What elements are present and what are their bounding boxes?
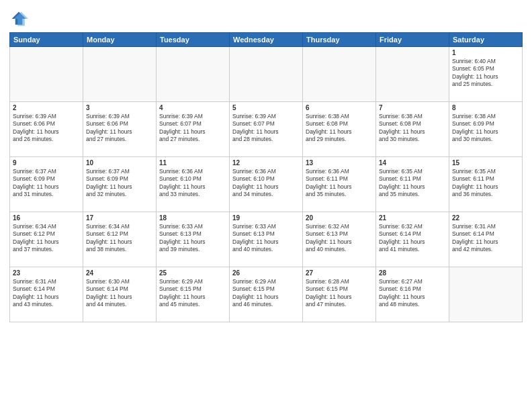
calendar-cell — [303, 47, 376, 102]
day-info: Sunrise: 6:39 AM Sunset: 6:07 PM Dayligh… — [232, 113, 300, 144]
calendar-cell: 1Sunrise: 6:40 AM Sunset: 6:05 PM Daylig… — [449, 47, 523, 102]
day-number: 23 — [13, 269, 80, 277]
calendar-cell — [10, 47, 83, 102]
calendar-cell: 23Sunrise: 6:31 AM Sunset: 6:14 PM Dayli… — [10, 267, 83, 322]
day-number: 6 — [306, 104, 373, 111]
calendar-week-row: 1Sunrise: 6:40 AM Sunset: 6:05 PM Daylig… — [10, 47, 523, 102]
calendar-cell — [376, 47, 449, 102]
day-number: 12 — [232, 159, 300, 167]
day-info: Sunrise: 6:28 AM Sunset: 6:15 PM Dayligh… — [306, 278, 373, 309]
day-info: Sunrise: 6:38 AM Sunset: 6:09 PM Dayligh… — [452, 113, 519, 144]
day-info: Sunrise: 6:31 AM Sunset: 6:14 PM Dayligh… — [13, 278, 80, 309]
day-info: Sunrise: 6:39 AM Sunset: 6:06 PM Dayligh… — [13, 113, 80, 144]
calendar-cell: 25Sunrise: 6:29 AM Sunset: 6:15 PM Dayli… — [157, 267, 230, 322]
day-info: Sunrise: 6:34 AM Sunset: 6:12 PM Dayligh… — [86, 223, 153, 254]
calendar-cell: 9Sunrise: 6:37 AM Sunset: 6:09 PM Daylig… — [10, 157, 83, 212]
day-number: 13 — [306, 159, 373, 167]
calendar-cell: 14Sunrise: 6:35 AM Sunset: 6:11 PM Dayli… — [376, 157, 449, 212]
calendar-week-row: 16Sunrise: 6:34 AM Sunset: 6:12 PM Dayli… — [10, 212, 523, 267]
day-number: 7 — [379, 104, 446, 111]
calendar-cell: 12Sunrise: 6:36 AM Sunset: 6:10 PM Dayli… — [230, 157, 303, 212]
day-info: Sunrise: 6:32 AM Sunset: 6:14 PM Dayligh… — [379, 223, 446, 254]
weekday-header-row: SundayMondayTuesdayWednesdayThursdayFrid… — [10, 33, 523, 47]
day-number: 28 — [379, 269, 446, 277]
day-info: Sunrise: 6:39 AM Sunset: 6:06 PM Dayligh… — [86, 113, 153, 144]
day-info: Sunrise: 6:39 AM Sunset: 6:07 PM Dayligh… — [159, 113, 226, 144]
day-info: Sunrise: 6:32 AM Sunset: 6:13 PM Dayligh… — [306, 223, 373, 254]
calendar-cell: 11Sunrise: 6:36 AM Sunset: 6:10 PM Dayli… — [157, 157, 230, 212]
day-info: Sunrise: 6:33 AM Sunset: 6:13 PM Dayligh… — [159, 223, 226, 254]
day-number: 9 — [13, 159, 80, 167]
day-info: Sunrise: 6:37 AM Sunset: 6:09 PM Dayligh… — [13, 168, 80, 199]
day-number: 25 — [159, 269, 226, 277]
day-info: Sunrise: 6:33 AM Sunset: 6:13 PM Dayligh… — [232, 223, 300, 254]
day-number: 20 — [306, 214, 373, 222]
calendar-cell: 21Sunrise: 6:32 AM Sunset: 6:14 PM Dayli… — [376, 212, 449, 267]
calendar-cell: 16Sunrise: 6:34 AM Sunset: 6:12 PM Dayli… — [10, 212, 83, 267]
logo-icon — [9, 9, 28, 28]
calendar-cell: 7Sunrise: 6:38 AM Sunset: 6:08 PM Daylig… — [376, 102, 449, 157]
calendar-cell: 17Sunrise: 6:34 AM Sunset: 6:12 PM Dayli… — [83, 212, 157, 267]
calendar-cell: 5Sunrise: 6:39 AM Sunset: 6:07 PM Daylig… — [230, 102, 303, 157]
weekday-header: Tuesday — [157, 33, 230, 47]
calendar-cell — [449, 267, 523, 322]
calendar-cell: 2Sunrise: 6:39 AM Sunset: 6:06 PM Daylig… — [10, 102, 83, 157]
day-number: 8 — [452, 104, 519, 111]
calendar-week-row: 2Sunrise: 6:39 AM Sunset: 6:06 PM Daylig… — [10, 102, 523, 157]
day-number: 14 — [379, 159, 446, 167]
calendar-table: SundayMondayTuesdayWednesdayThursdayFrid… — [9, 32, 523, 322]
day-info: Sunrise: 6:27 AM Sunset: 6:16 PM Dayligh… — [379, 278, 446, 309]
weekday-header: Monday — [83, 33, 157, 47]
day-number: 19 — [232, 214, 300, 222]
day-number: 3 — [86, 104, 153, 111]
calendar-cell: 28Sunrise: 6:27 AM Sunset: 6:16 PM Dayli… — [376, 267, 449, 322]
calendar-week-row: 23Sunrise: 6:31 AM Sunset: 6:14 PM Dayli… — [10, 267, 523, 322]
day-info: Sunrise: 6:35 AM Sunset: 6:11 PM Dayligh… — [379, 168, 446, 199]
page: SundayMondayTuesdayWednesdayThursdayFrid… — [0, 0, 532, 411]
day-number: 1 — [452, 49, 519, 56]
calendar-cell: 27Sunrise: 6:28 AM Sunset: 6:15 PM Dayli… — [303, 267, 376, 322]
calendar-cell: 18Sunrise: 6:33 AM Sunset: 6:13 PM Dayli… — [157, 212, 230, 267]
calendar-cell: 22Sunrise: 6:31 AM Sunset: 6:14 PM Dayli… — [449, 212, 523, 267]
calendar-cell: 24Sunrise: 6:30 AM Sunset: 6:14 PM Dayli… — [83, 267, 157, 322]
calendar-cell: 26Sunrise: 6:29 AM Sunset: 6:15 PM Dayli… — [230, 267, 303, 322]
calendar-cell — [230, 47, 303, 102]
calendar-cell: 10Sunrise: 6:37 AM Sunset: 6:09 PM Dayli… — [83, 157, 157, 212]
day-number: 11 — [159, 159, 226, 167]
day-info: Sunrise: 6:38 AM Sunset: 6:08 PM Dayligh… — [379, 113, 446, 144]
day-info: Sunrise: 6:29 AM Sunset: 6:15 PM Dayligh… — [232, 278, 300, 309]
calendar-cell: 19Sunrise: 6:33 AM Sunset: 6:13 PM Dayli… — [230, 212, 303, 267]
calendar-cell: 8Sunrise: 6:38 AM Sunset: 6:09 PM Daylig… — [449, 102, 523, 157]
day-number: 16 — [13, 214, 80, 222]
day-info: Sunrise: 6:29 AM Sunset: 6:15 PM Dayligh… — [159, 278, 226, 309]
day-info: Sunrise: 6:31 AM Sunset: 6:14 PM Dayligh… — [452, 223, 519, 254]
day-info: Sunrise: 6:34 AM Sunset: 6:12 PM Dayligh… — [13, 223, 80, 254]
calendar-cell: 4Sunrise: 6:39 AM Sunset: 6:07 PM Daylig… — [157, 102, 230, 157]
calendar-cell: 6Sunrise: 6:38 AM Sunset: 6:08 PM Daylig… — [303, 102, 376, 157]
weekday-header: Saturday — [449, 33, 523, 47]
day-number: 2 — [13, 104, 80, 111]
day-number: 5 — [232, 104, 300, 111]
logo — [9, 9, 30, 28]
day-number: 10 — [86, 159, 153, 167]
day-info: Sunrise: 6:30 AM Sunset: 6:14 PM Dayligh… — [86, 278, 153, 309]
day-info: Sunrise: 6:38 AM Sunset: 6:08 PM Dayligh… — [306, 113, 373, 144]
calendar-cell: 3Sunrise: 6:39 AM Sunset: 6:06 PM Daylig… — [83, 102, 157, 157]
day-info: Sunrise: 6:36 AM Sunset: 6:11 PM Dayligh… — [306, 168, 373, 199]
day-info: Sunrise: 6:40 AM Sunset: 6:05 PM Dayligh… — [452, 58, 519, 89]
day-number: 18 — [159, 214, 226, 222]
calendar-cell: 20Sunrise: 6:32 AM Sunset: 6:13 PM Dayli… — [303, 212, 376, 267]
day-info: Sunrise: 6:36 AM Sunset: 6:10 PM Dayligh… — [232, 168, 300, 199]
day-number: 21 — [379, 214, 446, 222]
day-number: 24 — [86, 269, 153, 277]
weekday-header: Thursday — [303, 33, 376, 47]
day-number: 15 — [452, 159, 519, 167]
weekday-header: Wednesday — [230, 33, 303, 47]
header — [9, 7, 523, 28]
day-info: Sunrise: 6:35 AM Sunset: 6:11 PM Dayligh… — [452, 168, 519, 199]
day-number: 17 — [86, 214, 153, 222]
day-number: 4 — [159, 104, 226, 111]
weekday-header: Sunday — [10, 33, 83, 47]
calendar-cell — [83, 47, 157, 102]
day-info: Sunrise: 6:36 AM Sunset: 6:10 PM Dayligh… — [159, 168, 226, 199]
